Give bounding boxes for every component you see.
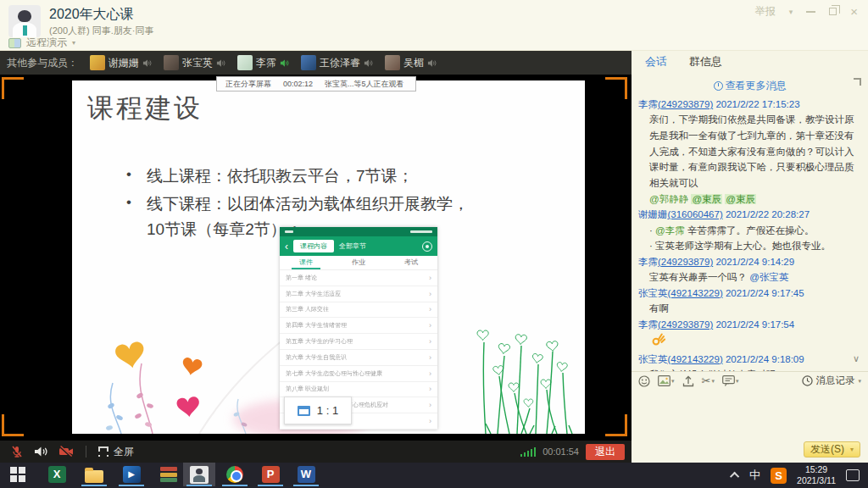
participant-item[interactable]: 王徐泽睿 bbox=[301, 55, 373, 70]
speaker-on-icon[interactable] bbox=[34, 445, 48, 458]
message-uid[interactable]: (316060467) bbox=[668, 209, 723, 219]
emoji-icon[interactable] bbox=[638, 375, 650, 387]
taskbar-video-player[interactable]: ▶ bbox=[115, 463, 147, 486]
message-header: 李霈(249293879) 2021/2/24 9:14:29 bbox=[638, 254, 861, 269]
participant-item[interactable]: 吴楣 bbox=[385, 55, 437, 70]
close-icon[interactable]: × bbox=[850, 7, 858, 17]
taskbar-meeting-app-active[interactable] bbox=[183, 463, 215, 486]
exit-button[interactable]: 退出 bbox=[586, 444, 625, 460]
taskbar-powerpoint[interactable]: P bbox=[254, 463, 287, 486]
message-uid[interactable]: (249293879) bbox=[658, 319, 713, 330]
slide-title: 课程建设 bbox=[87, 91, 203, 126]
message-list[interactable]: 李霈(249293879) 2021/2/22 17:15:23 亲们，下学期我… bbox=[632, 95, 868, 371]
tab-group-info[interactable]: 群信息 bbox=[689, 54, 722, 69]
chapter-row[interactable]: 第二章 大学生活适应› bbox=[280, 286, 437, 302]
message-body: 亲们，下学期我们依然是共同备课，教学设计原先是我和一全有做了七到九章的，第十章还… bbox=[638, 112, 861, 191]
chapter-row[interactable]: 第六章 大学生自我意识› bbox=[280, 350, 437, 366]
restore-icon[interactable] bbox=[829, 8, 837, 15]
remote-demo-control[interactable]: 远程演示 ▾ bbox=[8, 36, 75, 50]
participant-item[interactable]: 张宝英 bbox=[164, 55, 225, 70]
message-uid[interactable]: (249293879) bbox=[658, 99, 713, 109]
message-uid[interactable]: (492143229) bbox=[668, 354, 723, 364]
image-icon[interactable]: ▾ bbox=[658, 375, 675, 386]
message-sender[interactable]: 李霈 bbox=[638, 257, 658, 267]
send-options-caret-icon[interactable]: ▾ bbox=[850, 446, 854, 453]
phone-status-bar bbox=[280, 227, 437, 236]
chapter-row[interactable]: 第五章 大学生的学习心理› bbox=[280, 334, 437, 350]
action-center-icon[interactable] bbox=[846, 469, 860, 481]
subtab-exam[interactable]: 考试 bbox=[385, 256, 437, 269]
start-button[interactable] bbox=[2, 463, 34, 486]
remote-demo-label: 远程演示 bbox=[26, 36, 67, 50]
chat-panel: 会话 群信息 查看更多消息 李霈(249293879) 2021/2/22 17… bbox=[632, 51, 868, 463]
message-sender[interactable]: 李霈 bbox=[638, 319, 658, 330]
mention[interactable]: @张宝英 bbox=[749, 272, 788, 282]
message-body: 有啊 bbox=[638, 301, 861, 317]
phone-tab-all-chapters[interactable]: 全部章节 bbox=[339, 241, 366, 251]
minimize-icon[interactable] bbox=[806, 11, 815, 13]
scroll-down-icon[interactable]: ∨ bbox=[853, 353, 860, 364]
fullscreen-icon[interactable] bbox=[98, 446, 108, 457]
chat-input[interactable] bbox=[632, 390, 868, 437]
taskbar-file-explorer[interactable] bbox=[78, 463, 110, 486]
taskbar-word[interactable]: W bbox=[290, 463, 322, 486]
message-sms-icon[interactable]: ▾ bbox=[722, 375, 739, 386]
message-history-label: 消息记录 bbox=[815, 374, 854, 387]
phone-more-icon[interactable] bbox=[422, 241, 432, 252]
report-caret-icon[interactable]: ▾ bbox=[789, 8, 793, 16]
message-uid[interactable]: (249293879) bbox=[658, 257, 713, 267]
chevron-right-icon: › bbox=[429, 321, 431, 330]
message-uid[interactable]: (492143229) bbox=[668, 288, 723, 298]
participant-item[interactable]: 谢姗姗 bbox=[90, 55, 152, 70]
tray-expand-icon[interactable] bbox=[730, 472, 739, 481]
mention[interactable]: @李霈 bbox=[655, 225, 685, 236]
participant-name: 张宝英 bbox=[182, 56, 213, 70]
message-sender[interactable]: 张宝英 bbox=[638, 288, 668, 298]
chapter-row[interactable]: 第四章 大学生情绪管理› bbox=[280, 318, 437, 334]
mention[interactable]: @郭静静 bbox=[649, 194, 688, 204]
tab-conversation[interactable]: 会话 bbox=[645, 54, 667, 69]
back-icon[interactable]: ‹ bbox=[285, 241, 288, 252]
call-control-bar: 全屏 00:01:54 退出 bbox=[0, 441, 632, 463]
fullscreen-label[interactable]: 全屏 bbox=[114, 445, 134, 459]
report-button[interactable]: 举报 bbox=[755, 4, 776, 19]
message-sender[interactable]: 李霈 bbox=[638, 99, 658, 109]
message-time: 2021/2/22 20:28:27 bbox=[726, 209, 810, 219]
upload-file-icon[interactable] bbox=[682, 375, 694, 387]
microphone-muted-icon[interactable] bbox=[10, 445, 24, 458]
clock-icon bbox=[802, 375, 813, 386]
screenshot-scissors-icon[interactable]: ✂▾ bbox=[702, 374, 715, 387]
taskbar-clock[interactable]: 15:29 2021/3/11 bbox=[797, 464, 836, 486]
chrome-icon bbox=[226, 466, 243, 483]
subtab-homework[interactable]: 作业 bbox=[332, 256, 385, 269]
sogou-input-icon[interactable]: S bbox=[771, 468, 787, 484]
chapter-row[interactable]: 第八章 职业规划› bbox=[280, 382, 437, 398]
share-region-corner-icon bbox=[605, 414, 627, 436]
message-header: 李霈(249293879) 2021/2/22 17:15:23 bbox=[638, 97, 861, 112]
slide-bullet: 线上课程：依托职教云平台，7节课； bbox=[125, 164, 481, 188]
call-duration: 00:01:54 bbox=[542, 446, 579, 457]
chapter-row[interactable]: 第七章 大学生恋爱心理与性心理健康› bbox=[280, 366, 437, 382]
phone-tab-course-content[interactable]: 课程内容 bbox=[293, 240, 334, 252]
chapter-title: 第八章 职业规划 bbox=[286, 385, 329, 393]
message-history-control[interactable]: 消息记录 ▾ bbox=[802, 374, 861, 387]
message-sender[interactable]: 谢姗姗 bbox=[638, 209, 668, 219]
send-button[interactable]: 发送(S) ▾ bbox=[804, 441, 860, 458]
chevron-right-icon: › bbox=[429, 290, 431, 298]
windows-logo-icon bbox=[10, 467, 25, 482]
message-sender[interactable]: 张宝英 bbox=[638, 354, 668, 364]
chapter-row[interactable]: 第三章 人际交往› bbox=[280, 302, 437, 319]
taskbar-chrome[interactable] bbox=[219, 463, 251, 486]
ime-indicator[interactable]: 中 bbox=[749, 468, 760, 483]
camera-off-icon[interactable] bbox=[58, 445, 74, 458]
taskbar-winrar[interactable] bbox=[153, 463, 185, 486]
participant-item[interactable]: 李霈 bbox=[237, 55, 289, 70]
mention[interactable]: @束辰 bbox=[725, 194, 756, 204]
zoom-ratio-indicator: 1 : 1 bbox=[284, 396, 352, 424]
message-body: · 宝英老师这学期有上大心。她也很专业。 bbox=[638, 238, 861, 254]
taskbar-excel[interactable]: X bbox=[41, 463, 73, 486]
mention[interactable]: @束辰 bbox=[691, 194, 722, 204]
view-more-messages-link[interactable]: 查看更多消息 bbox=[632, 79, 868, 93]
chapter-row[interactable]: 第一章 绪论› bbox=[280, 270, 437, 286]
subtab-courseware[interactable]: 课件 bbox=[280, 256, 332, 269]
